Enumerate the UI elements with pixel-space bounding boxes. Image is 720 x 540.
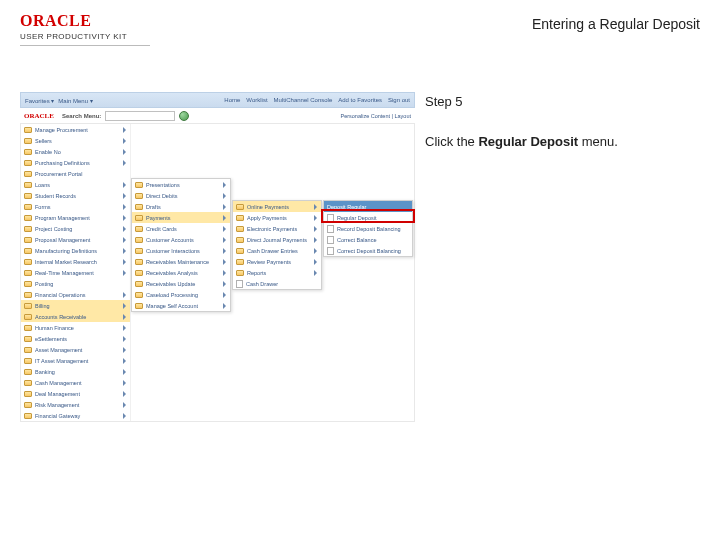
fly-label: Receivables Maintenance: [146, 259, 209, 265]
caret-icon: [123, 347, 127, 353]
topbar-link[interactable]: Sign out: [388, 97, 410, 103]
personalize-link[interactable]: Personalize Content | Layout: [340, 113, 411, 119]
fly-item-payments[interactable]: Payments: [132, 212, 230, 223]
fly-item[interactable]: Customer Accounts: [132, 234, 230, 245]
topbar-link[interactable]: Worklist: [246, 97, 267, 103]
fly-item[interactable]: Record Deposit Balancing: [324, 223, 412, 234]
fly-label: Payments: [146, 215, 170, 221]
nav-label: Purchasing Definitions: [35, 160, 90, 166]
fly-label: Electronic Payments: [247, 226, 297, 232]
fly-item[interactable]: Presentations: [132, 179, 230, 190]
nav-item[interactable]: Posting: [21, 278, 130, 289]
nav-item[interactable]: Enable No: [21, 146, 130, 157]
nav-item[interactable]: Forms: [21, 201, 130, 212]
nav-item[interactable]: Financial Gateway: [21, 410, 130, 421]
nav-item[interactable]: Student Records: [21, 190, 130, 201]
page-icon: [327, 236, 334, 244]
fly-label: Correct Balance: [337, 237, 376, 243]
folder-icon: [236, 248, 244, 254]
caret-icon: [123, 369, 127, 375]
fly-item[interactable]: Reports: [233, 267, 321, 278]
folder-icon: [24, 160, 32, 166]
flyout-level-3: Deposit Regular Regular Deposit Record D…: [323, 200, 413, 257]
nav-label: Posting: [35, 281, 53, 287]
caret-icon: [123, 193, 127, 199]
fly-item[interactable]: Credit Cards: [132, 223, 230, 234]
folder-icon: [135, 281, 143, 287]
fly-label: Presentations: [146, 182, 180, 188]
caret-icon: [123, 259, 127, 265]
app-topbar: Favorites ▾ Main Menu ▾ Home Worklist Mu…: [20, 92, 415, 108]
nav-item[interactable]: Manufacturing Definitions: [21, 245, 130, 256]
nav-item[interactable]: Purchasing Definitions: [21, 157, 130, 168]
nav-item[interactable]: Financial Operations: [21, 289, 130, 300]
nav-item[interactable]: Cash Management: [21, 377, 130, 388]
caret-icon: [223, 204, 227, 210]
fly-item[interactable]: Review Payments: [233, 256, 321, 267]
nav-label: Proposal Management: [35, 237, 90, 243]
topbar-link[interactable]: MultiChannel Console: [274, 97, 333, 103]
nav-item[interactable]: eSettlements: [21, 333, 130, 344]
nav-item[interactable]: Loans: [21, 179, 130, 190]
nav-item[interactable]: Billing: [21, 300, 130, 311]
fly-item[interactable]: Direct Debits: [132, 190, 230, 201]
topbar-link[interactable]: Add to Favorites: [338, 97, 382, 103]
app-mini-logo: ORACLE: [24, 111, 58, 121]
nav-item[interactable]: Internal Market Research: [21, 256, 130, 267]
nav-item[interactable]: Proposal Management: [21, 234, 130, 245]
nav-item[interactable]: Project Costing: [21, 223, 130, 234]
fly-item[interactable]: Manage Self Account: [132, 300, 230, 311]
nav-item[interactable]: Banking: [21, 366, 130, 377]
caret-icon: [223, 303, 227, 309]
caret-icon: [123, 413, 127, 419]
search-input[interactable]: [105, 111, 175, 121]
fly-item[interactable]: Receivables Maintenance: [132, 256, 230, 267]
fly-item-online-payments[interactable]: Online Payments: [233, 201, 321, 212]
nav-item[interactable]: Manage Procurement: [21, 124, 130, 135]
caret-icon: [123, 204, 127, 210]
folder-icon: [135, 237, 143, 243]
nav-label: Manufacturing Definitions: [35, 248, 97, 254]
folder-icon: [24, 226, 32, 232]
topbar-link[interactable]: Home: [224, 97, 240, 103]
nav-item[interactable]: Asset Management: [21, 344, 130, 355]
fly-item[interactable]: Customer Interactions: [132, 245, 230, 256]
nav-label: Human Finance: [35, 325, 74, 331]
fly-item[interactable]: Receivables Analysis: [132, 267, 230, 278]
caret-icon: [123, 336, 127, 342]
doc-title: Entering a Regular Deposit: [532, 16, 700, 32]
caret-icon: [123, 303, 127, 309]
caret-icon: [314, 248, 318, 254]
nav-item[interactable]: Procurement Portal: [21, 168, 130, 179]
fly-item[interactable]: Cash Drawer: [233, 278, 321, 289]
menu-regular-deposit[interactable]: Regular Deposit: [324, 212, 412, 223]
caret-icon: [314, 226, 318, 232]
nav-label: Financial Operations: [35, 292, 85, 298]
nav-item[interactable]: Deal Management: [21, 388, 130, 399]
fly-label: Receivables Update: [146, 281, 195, 287]
go-icon[interactable]: [179, 111, 189, 121]
fly-item[interactable]: Correct Deposit Balancing: [324, 245, 412, 256]
fly-item[interactable]: Electronic Payments: [233, 223, 321, 234]
folder-icon: [24, 204, 32, 210]
fly-item[interactable]: Cash Drawer Entries: [233, 245, 321, 256]
nav-item[interactable]: IT Asset Management: [21, 355, 130, 366]
nav-item-accounts-receivable[interactable]: Accounts Receivable: [21, 311, 130, 322]
nav-item[interactable]: Program Management: [21, 212, 130, 223]
nav-item[interactable]: Sellers: [21, 135, 130, 146]
topbar-item[interactable]: Favorites ▾: [25, 97, 54, 104]
fly-item[interactable]: Apply Payments: [233, 212, 321, 223]
nav-label: Enable No: [35, 149, 61, 155]
caret-icon: [314, 204, 318, 210]
nav-item[interactable]: Risk Management: [21, 399, 130, 410]
fly-item[interactable]: Direct Journal Payments: [233, 234, 321, 245]
nav-label: Cash Management: [35, 380, 81, 386]
fly-item[interactable]: Receivables Update: [132, 278, 230, 289]
nav-item[interactable]: Human Finance: [21, 322, 130, 333]
nav-item[interactable]: Real-Time Management: [21, 267, 130, 278]
topbar-item[interactable]: Main Menu ▾: [58, 97, 92, 104]
fly-item[interactable]: Caseload Processing: [132, 289, 230, 300]
folder-icon: [24, 358, 32, 364]
fly-item[interactable]: Correct Balance: [324, 234, 412, 245]
fly-item[interactable]: Drafts: [132, 201, 230, 212]
